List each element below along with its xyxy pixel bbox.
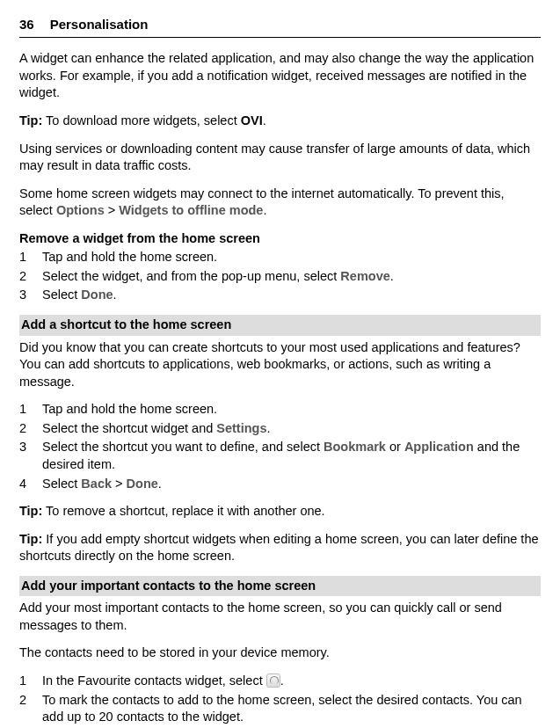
add-shortcut-intro: Did you know that you can create shortcu… [19, 339, 541, 391]
contact-icon [266, 673, 280, 688]
step-text: In the Favourite contacts widget, select… [42, 673, 541, 690]
application-label: Application [404, 440, 474, 454]
add-contacts-heading: Add your important contacts to the home … [19, 576, 541, 597]
step-text: Select Back > Done. [42, 476, 541, 493]
separator: > [112, 477, 127, 491]
step-after: . [158, 477, 162, 491]
done-label: Done [127, 477, 158, 491]
page-header: 36 Personalisation [19, 16, 541, 38]
tip-text-after: . [263, 113, 266, 127]
tip-empty-shortcut: Tip: If you add empty shortcut widgets w… [19, 531, 541, 565]
intro-paragraph: A widget can enhance the related applica… [19, 50, 541, 102]
bookmark-label: Bookmark [324, 440, 386, 454]
step-text: Select the shortcut you want to define, … [42, 439, 541, 473]
or-text: or [386, 440, 404, 454]
settings-label: Settings [216, 421, 266, 435]
data-costs-paragraph: Using services or downloading content ma… [19, 141, 541, 175]
list-item: To mark the contacts to add to the home … [19, 692, 541, 726]
tip-remove-shortcut: Tip: To remove a shortcut, replace it wi… [19, 503, 541, 521]
remove-widget-steps: Tap and hold the home screen. Select the… [19, 249, 541, 304]
list-item: In the Favourite contacts widget, select… [19, 673, 541, 690]
tip-label: Tip: [19, 532, 42, 546]
list-item: Tap and hold the home screen. [19, 401, 541, 419]
tip-text-before: To download more widgets, select [42, 113, 240, 127]
ovi-label: OVI [241, 113, 263, 127]
step-after: . [113, 288, 117, 302]
tip-text: If you add empty shortcut widgets when e… [19, 532, 539, 564]
done-label: Done [81, 288, 113, 302]
tip-text: To remove a shortcut, replace it with an… [42, 504, 324, 518]
header-title: Personalisation [50, 16, 149, 33]
step-text: To mark the contacts to add to the home … [42, 692, 541, 726]
add-contacts-intro: Add your most important contacts to the … [19, 600, 541, 634]
step-text: Select the widget, and from the pop-up m… [42, 268, 541, 286]
step-text: Tap and hold the home screen. [42, 249, 541, 266]
list-item: Select the shortcut you want to define, … [19, 439, 541, 473]
tip-more-widgets: Tip: To download more widgets, select OV… [19, 113, 541, 130]
list-item: Select Back > Done. [19, 476, 541, 493]
list-item: Select the widget, and from the pop-up m… [19, 268, 541, 286]
list-item: Tap and hold the home screen. [19, 249, 541, 266]
remove-label: Remove [340, 269, 389, 283]
step-before: Select the shortcut widget and [42, 421, 216, 435]
step-before: Select the widget, and from the pop-up m… [42, 269, 340, 283]
step-after: . [390, 269, 394, 283]
step-before: In the Favourite contacts widget, select [42, 673, 266, 688]
remove-widget-heading: Remove a widget from the home screen [19, 230, 541, 248]
tip-label: Tip: [19, 504, 42, 518]
step-text: Select the shortcut widget and Settings. [42, 420, 541, 438]
step-before: Select [42, 288, 81, 302]
list-item: Select Done. [19, 287, 541, 304]
auto-connect-after: . [263, 203, 266, 217]
add-contacts-steps: In the Favourite contacts widget, select… [19, 673, 541, 726]
add-shortcut-steps: Tap and hold the home screen. Select the… [19, 401, 541, 492]
page-number: 36 [19, 16, 34, 33]
auto-connect-paragraph: Some home screen widgets may connect to … [19, 186, 541, 220]
back-label: Back [81, 477, 112, 491]
step-text: Tap and hold the home screen. [42, 401, 541, 419]
add-shortcut-heading: Add a shortcut to the home screen [19, 315, 541, 336]
list-item: Select the shortcut widget and Settings. [19, 420, 541, 438]
tip-label: Tip: [19, 113, 42, 127]
step-before: Select [42, 477, 81, 491]
step-text: Select Done. [42, 287, 541, 304]
step-before: Select the shortcut you want to define, … [42, 440, 324, 454]
widgets-offline-label: Widgets to offline mode [119, 203, 263, 217]
memory-note: The contacts need to be stored in your d… [19, 644, 541, 662]
step-after: . [267, 421, 271, 435]
separator: > [105, 203, 120, 217]
options-label: Options [56, 203, 105, 217]
step-after: . [280, 673, 284, 688]
